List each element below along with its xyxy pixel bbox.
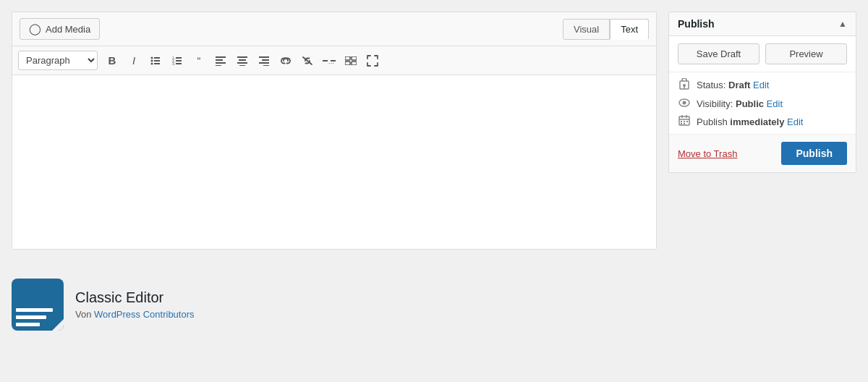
preview-button[interactable]: Preview xyxy=(765,43,847,64)
status-text: Status: Draft Edit xyxy=(697,80,769,90)
editor-toolbar-top: ◯ Add Media Visual Text xyxy=(12,12,656,46)
svg-rect-44 xyxy=(681,123,682,124)
insert-more-icon: … xyxy=(323,57,336,64)
italic-button[interactable]: I xyxy=(124,51,144,70)
blockquote-button[interactable]: “ xyxy=(189,51,209,70)
svg-rect-16 xyxy=(237,56,247,58)
align-right-icon xyxy=(259,56,269,66)
svg-rect-5 xyxy=(154,63,160,64)
visibility-edit-link[interactable]: Edit xyxy=(767,98,783,109)
plugin-footer: Classic Editor Von WordPress Contributor… xyxy=(0,261,868,342)
svg-rect-9 xyxy=(176,60,182,61)
format-select[interactable]: Paragraph Heading 1 Heading 2 Heading 3 … xyxy=(18,51,98,70)
icon-corner xyxy=(52,319,64,331)
status-row: Status: Draft Edit xyxy=(678,78,847,92)
svg-rect-25 xyxy=(323,60,328,61)
status-edit-link[interactable]: Edit xyxy=(753,80,769,90)
svg-point-36 xyxy=(683,101,686,105)
fullscreen-icon xyxy=(367,55,378,67)
publish-time-row: Publish immediately Edit xyxy=(678,115,847,128)
svg-rect-13 xyxy=(216,59,223,61)
svg-rect-14 xyxy=(216,62,226,64)
svg-rect-30 xyxy=(345,61,350,65)
svg-rect-7 xyxy=(176,57,182,59)
insert-link-button[interactable] xyxy=(276,51,296,70)
tab-text[interactable]: Text xyxy=(610,19,649,40)
svg-rect-23 xyxy=(263,65,269,66)
align-center-button[interactable] xyxy=(232,51,252,70)
calendar-icon xyxy=(678,115,691,128)
visibility-row: Visibility: Public Edit xyxy=(678,98,847,109)
author-link[interactable]: WordPress Contributors xyxy=(94,309,194,320)
svg-rect-22 xyxy=(259,62,269,64)
fullscreen-button[interactable] xyxy=(362,51,383,70)
unordered-list-button[interactable] xyxy=(145,51,166,70)
svg-rect-28 xyxy=(345,56,350,60)
status-icon xyxy=(678,78,691,92)
sidebar: Publish ▲ Save Draft Preview xyxy=(668,12,856,250)
kitchen-sink-icon xyxy=(345,56,357,65)
svg-rect-1 xyxy=(154,57,160,59)
svg-rect-11 xyxy=(176,63,182,64)
add-media-button[interactable]: ◯ Add Media xyxy=(20,18,100,40)
unordered-list-icon xyxy=(150,56,161,66)
svg-rect-19 xyxy=(239,65,245,66)
svg-rect-15 xyxy=(216,65,221,66)
collapse-arrow-icon[interactable]: ▲ xyxy=(838,19,847,29)
publish-button[interactable]: Publish xyxy=(781,142,847,165)
kitchen-sink-button[interactable] xyxy=(341,51,361,70)
svg-rect-17 xyxy=(239,59,246,61)
publish-header: Publish ▲ xyxy=(669,12,856,36)
svg-rect-42 xyxy=(684,121,685,122)
ordered-list-button[interactable]: 1. 2. 3. xyxy=(167,51,187,70)
icon-line-3 xyxy=(16,323,40,326)
insert-more-button[interactable]: … xyxy=(319,51,339,70)
svg-point-2 xyxy=(151,59,153,61)
link-icon xyxy=(280,56,292,66)
svg-rect-31 xyxy=(352,61,357,65)
icon-line-2 xyxy=(16,315,46,319)
svg-rect-18 xyxy=(237,62,247,64)
align-left-icon xyxy=(216,56,226,66)
editor-content[interactable] xyxy=(12,75,656,249)
plugin-info: Classic Editor Von WordPress Contributor… xyxy=(75,289,195,320)
plugin-author: Von WordPress Contributors xyxy=(75,309,195,320)
svg-text:3.: 3. xyxy=(172,61,175,66)
visibility-text: Visibility: Public Edit xyxy=(697,98,783,109)
author-prefix: Von xyxy=(75,309,91,320)
visibility-icon xyxy=(678,98,691,109)
publish-meta: Status: Draft Edit Visibility: xyxy=(669,72,856,135)
svg-rect-41 xyxy=(681,121,682,122)
svg-rect-45 xyxy=(684,123,685,124)
align-left-button[interactable] xyxy=(210,51,231,70)
editor-area: ◯ Add Media Visual Text Paragraph Headin… xyxy=(12,12,657,250)
visual-text-tabs: Visual Text xyxy=(563,19,649,40)
svg-rect-21 xyxy=(262,59,269,61)
move-to-trash-button[interactable]: Move to Trash xyxy=(678,148,737,159)
ordered-list-icon: 1. 2. 3. xyxy=(172,56,182,66)
svg-text:…: … xyxy=(328,58,335,64)
publish-box: Publish ▲ Save Draft Preview xyxy=(668,12,856,173)
svg-point-4 xyxy=(151,62,153,64)
bold-button[interactable]: B xyxy=(102,51,122,70)
save-draft-button[interactable]: Save Draft xyxy=(678,43,760,64)
publish-actions: Save Draft Preview xyxy=(669,36,856,72)
publish-time-text: Publish immediately Edit xyxy=(697,116,803,127)
add-media-label: Add Media xyxy=(46,24,90,35)
icon-line-1 xyxy=(16,308,53,312)
svg-rect-12 xyxy=(216,56,226,58)
publish-footer: Move to Trash Publish xyxy=(669,135,856,172)
svg-point-0 xyxy=(151,56,153,59)
svg-rect-20 xyxy=(259,56,269,58)
svg-rect-3 xyxy=(154,60,160,61)
svg-rect-29 xyxy=(352,56,357,60)
tab-visual[interactable]: Visual xyxy=(563,19,610,40)
plugin-icon xyxy=(12,279,64,331)
unlink-icon xyxy=(302,56,313,66)
align-right-button[interactable] xyxy=(254,51,274,70)
remove-link-button[interactable] xyxy=(297,51,318,70)
publish-title: Publish xyxy=(678,18,715,30)
editor-toolbar-format: Paragraph Heading 1 Heading 2 Heading 3 … xyxy=(12,46,656,75)
publish-time-edit-link[interactable]: Edit xyxy=(787,116,803,127)
align-center-icon xyxy=(237,56,247,66)
